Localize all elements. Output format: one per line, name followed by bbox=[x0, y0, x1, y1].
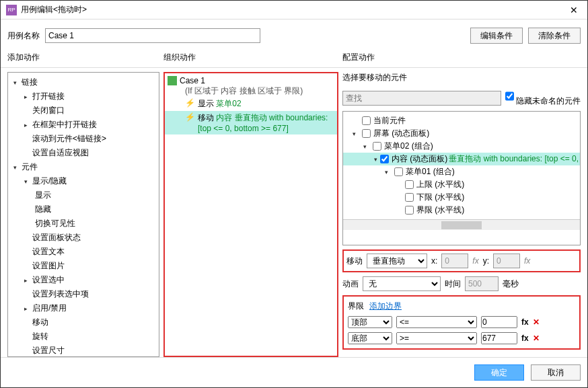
boundary-row-bottom: 底部 >= fx ✕ bbox=[348, 332, 575, 344]
tree-node-set-list-selected[interactable]: 设置列表选中项 bbox=[8, 287, 159, 301]
boundaries-panel: 界限 添加边界 顶部 <= fx ✕ 底部 >= fx ✕ bbox=[342, 295, 581, 350]
action-row-move[interactable]: ⚡ 移动 内容 垂直拖动 with boundaries: [top <= 0,… bbox=[165, 111, 337, 134]
tree-node-set-image[interactable]: 设置图片 bbox=[8, 259, 159, 273]
tree-node-toggle-visibility[interactable]: 切换可见性 bbox=[8, 217, 159, 231]
tree-node-enable-disable[interactable]: ▸启用/禁用 bbox=[8, 301, 159, 315]
tree-node-show[interactable]: 显示 bbox=[8, 188, 159, 202]
case-name-label: 用例名称 bbox=[7, 30, 40, 42]
tree-node-scroll-anchor[interactable]: 滚动到元件<锚链接> bbox=[8, 132, 159, 146]
select-element-label: 选择要移动的元件 bbox=[342, 72, 581, 83]
elem-menu01[interactable]: ▾菜单01 (组合) bbox=[343, 165, 580, 178]
y-label: y: bbox=[483, 256, 489, 266]
clear-condition-button[interactable]: 清除条件 bbox=[528, 28, 581, 44]
x-input bbox=[441, 254, 468, 268]
cancel-button[interactable]: 取消 bbox=[531, 364, 581, 381]
element-tree[interactable]: 当前元件 ▾屏幕 (动态面板) ▾菜单02 (组合) ▾内容 (动态面板) 垂直… bbox=[342, 111, 581, 245]
edit-condition-button[interactable]: 编辑条件 bbox=[470, 28, 523, 44]
tree-node-move[interactable]: 移动 bbox=[8, 315, 159, 329]
case-name-input[interactable] bbox=[45, 28, 260, 43]
col-header-configure: 配置动作 bbox=[342, 52, 581, 63]
boundary-op-select[interactable]: <= bbox=[396, 316, 477, 328]
action-row-show[interactable]: ⚡ 显示 菜单02 bbox=[165, 97, 337, 111]
organized-actions-panel: Case 1 (If 区域于 内容 接触 区域于 界限) ⚡ 显示 菜单02 ⚡… bbox=[163, 72, 338, 357]
case-icon bbox=[168, 76, 177, 85]
bolt-icon: ⚡ bbox=[185, 112, 195, 122]
tree-node-set-selected[interactable]: ▸设置选中 bbox=[8, 273, 159, 287]
move-config-row: 移动 垂直拖动 x: fx y: fx bbox=[342, 249, 581, 272]
time-label: 时间 bbox=[445, 278, 461, 290]
tree-node-set-panel[interactable]: 设置面板状态 bbox=[8, 231, 159, 245]
animation-row: 动画 无 时间 毫秒 bbox=[342, 276, 581, 291]
elem-content[interactable]: ▾内容 (动态面板) 垂直拖动 with boundaries: [top <=… bbox=[343, 153, 580, 165]
elem-limit[interactable]: 界限 (水平线) bbox=[343, 204, 580, 217]
action-library-tree[interactable]: ▾链接 ▸打开链接 关闭窗口 ▸在框架中打开链接 滚动到元件<锚链接> 设置自适… bbox=[7, 72, 159, 357]
tree-node-link[interactable]: ▾链接 bbox=[8, 75, 159, 89]
x-label: x: bbox=[431, 256, 437, 266]
time-unit: 毫秒 bbox=[503, 278, 519, 290]
bolt-icon: ⚡ bbox=[185, 98, 195, 108]
elem-lower[interactable]: 下限 (水平线) bbox=[343, 191, 580, 204]
close-icon[interactable]: ✕ bbox=[566, 5, 582, 15]
boundary-value-input[interactable] bbox=[481, 332, 517, 344]
boundary-op-select[interactable]: >= bbox=[396, 332, 477, 344]
tree-node-set-text[interactable]: 设置文本 bbox=[8, 245, 159, 259]
elem-upper[interactable]: 上限 (水平线) bbox=[343, 178, 580, 191]
fx-x-icon[interactable]: fx bbox=[472, 256, 478, 266]
anim-label: 动画 bbox=[342, 278, 359, 290]
elem-screen[interactable]: ▾屏幕 (动态面板) bbox=[343, 127, 580, 140]
y-input bbox=[493, 254, 520, 268]
case-row[interactable]: Case 1 bbox=[165, 76, 337, 85]
tree-node-showhide[interactable]: ▾显示/隐藏 bbox=[8, 174, 159, 188]
col-header-add: 添加动作 bbox=[7, 52, 163, 63]
boundary-value-input[interactable] bbox=[481, 316, 517, 328]
time-input bbox=[465, 276, 499, 291]
elem-menu02[interactable]: ▾菜单02 (组合) bbox=[343, 140, 580, 153]
boundary-row-top: 顶部 <= fx ✕ bbox=[348, 316, 575, 328]
fx-button[interactable]: fx bbox=[521, 334, 529, 343]
hide-unnamed-checkbox[interactable]: 隐藏未命名的元件 bbox=[505, 89, 581, 107]
move-label: 移动 bbox=[346, 256, 363, 267]
ok-button[interactable]: 确定 bbox=[474, 364, 524, 381]
add-boundary-link[interactable]: 添加边界 bbox=[369, 301, 402, 312]
tree-node-rotate[interactable]: 旋转 bbox=[8, 329, 159, 344]
tree-node-open-link[interactable]: ▸打开链接 bbox=[8, 89, 159, 104]
tree-node-adaptive[interactable]: 设置自适应视图 bbox=[8, 146, 159, 160]
case-condition: (If 区域于 内容 接触 区域于 界限) bbox=[165, 85, 337, 97]
search-input[interactable] bbox=[342, 91, 501, 106]
fx-y-icon[interactable]: fx bbox=[524, 256, 530, 266]
window-title: 用例编辑<拖动时> bbox=[21, 4, 566, 15]
boundary-side-select[interactable]: 顶部 bbox=[348, 316, 392, 328]
tree-node-component[interactable]: ▾元件 bbox=[8, 160, 159, 174]
col-header-organize: 组织动作 bbox=[163, 52, 342, 63]
elem-current[interactable]: 当前元件 bbox=[343, 114, 580, 127]
tree-node-set-size[interactable]: 设置尺寸 bbox=[8, 344, 159, 357]
limit-label: 界限 bbox=[348, 301, 364, 312]
horizontal-scrollbar[interactable] bbox=[343, 219, 580, 230]
tree-node-hide[interactable]: 隐藏 bbox=[8, 202, 159, 217]
anim-type-select[interactable]: 无 bbox=[363, 276, 441, 291]
fx-button[interactable]: fx bbox=[521, 317, 529, 327]
delete-boundary-icon[interactable]: ✕ bbox=[533, 317, 540, 327]
move-type-select[interactable]: 垂直拖动 bbox=[367, 254, 427, 268]
delete-boundary-icon[interactable]: ✕ bbox=[533, 334, 540, 343]
tree-node-open-in-frame[interactable]: ▸在框架中打开链接 bbox=[8, 118, 159, 132]
boundary-side-select[interactable]: 底部 bbox=[348, 332, 392, 344]
tree-node-close-window[interactable]: 关闭窗口 bbox=[8, 104, 159, 118]
app-icon: RP bbox=[6, 5, 17, 15]
case-title: Case 1 bbox=[180, 76, 205, 85]
